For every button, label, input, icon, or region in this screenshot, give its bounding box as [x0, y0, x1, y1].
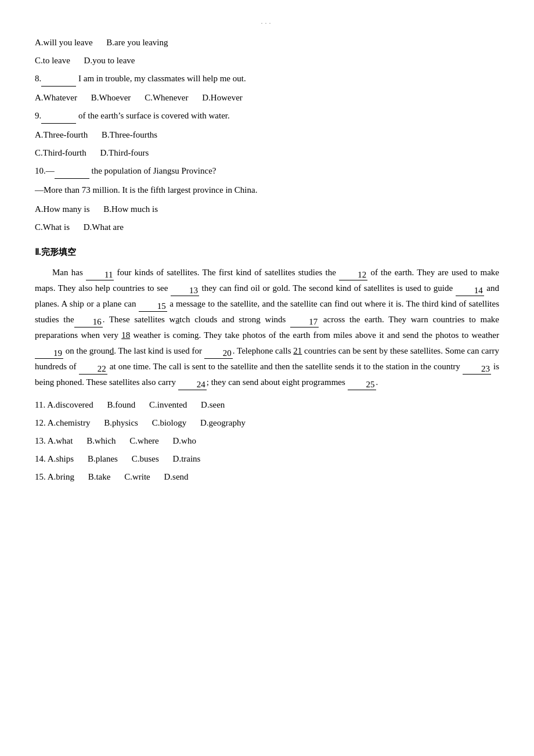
ans13-c: C.where: [129, 436, 158, 445]
option-a-will: A.will you leave: [35, 38, 93, 47]
question-9: 9. of the earth’s surface is covered wit…: [35, 108, 499, 124]
blank-18: 18: [121, 330, 130, 340]
blank-15: 15: [139, 301, 167, 312]
q10-option-c: C.What is: [35, 222, 70, 232]
blank-14: 14: [456, 285, 484, 296]
ans15-d: D.send: [164, 472, 189, 481]
answer-15: 15. A.bring B.take C.write D.send: [35, 469, 499, 485]
passage-text: Man has 11 four kinds of satellites. The…: [35, 265, 499, 390]
ans11-c: C.invented: [149, 400, 187, 409]
q9-text: of the earth’s surface is covered with w…: [76, 111, 229, 120]
section-2-title: Ⅱ.完形填空: [35, 244, 499, 260]
q10-option-d: D.What are: [84, 222, 124, 232]
q10-options-line2: C.What is D.What are: [35, 219, 499, 235]
ans12-c: C.biology: [152, 418, 187, 427]
q8-option-a: A.Whatever: [35, 93, 77, 102]
options-ab-prev: A.will you leave B.are you leaving: [35, 35, 499, 51]
q9-number: 9.: [35, 111, 41, 120]
answer-12: 12. A.chemistry B.physics C.biology D.ge…: [35, 415, 499, 431]
q10-options-line1: A.How many is B.How much is: [35, 201, 499, 217]
q10-number: 10.—: [35, 166, 55, 175]
ans13-b: B.which: [86, 436, 116, 445]
q8-text: I am in trouble, my classmates will help…: [76, 74, 246, 83]
ans14-number: 14.: [35, 454, 46, 463]
ans14-b: B.planes: [88, 454, 118, 463]
option-d-you-to-leave: D.you to leave: [84, 56, 135, 65]
blank-13: 13: [171, 285, 199, 296]
blank-19: 19: [35, 348, 63, 359]
blank-21: 21: [293, 346, 302, 355]
blank-17: 17: [290, 316, 319, 327]
blank-24: 24: [178, 379, 207, 390]
ans11-number: 11.: [35, 400, 45, 409]
question-8: 8. I am in trouble, my classmates will h…: [35, 71, 499, 87]
ans12-b: B.physics: [104, 418, 138, 427]
ans12-a: A.chemistry: [48, 418, 91, 427]
answer-13: 13. A.what B.which C.where D.who: [35, 433, 499, 449]
blank-16: 16: [74, 316, 103, 327]
q8-option-c: C.Whenever: [145, 93, 188, 102]
question-10: 10.— the population of Jiangsu Province?: [35, 163, 499, 179]
ans15-b: B.take: [88, 472, 111, 481]
q9-option-a: A.Three-fourth: [35, 130, 88, 139]
option-b-are: B.are you leaving: [106, 38, 168, 47]
options-cd-prev: C.to leave D.you to leave: [35, 53, 499, 69]
blank-20: 20: [204, 348, 233, 359]
blank-12: 12: [339, 269, 367, 280]
ans13-a: A.what: [48, 436, 73, 445]
q9-options-line1: A.Three-fourth B.Three-fourths: [35, 127, 499, 143]
q10-text: the population of Jiangsu Province?: [89, 166, 217, 175]
ans12-d: D.geography: [200, 418, 246, 427]
blank-11: 11: [86, 269, 114, 280]
q9-blank: [41, 113, 76, 124]
ans13-number: 13.: [35, 436, 46, 445]
ans14-c: C.buses: [132, 454, 159, 463]
ans12-number: 12.: [35, 418, 46, 427]
q9-option-b: B.Three-fourths: [102, 130, 157, 139]
answer-14: 14. A.ships B.planes C.buses D.trains: [35, 451, 499, 467]
q9-option-c: C.Third-fourth: [35, 148, 86, 157]
ans14-d: D.trains: [173, 454, 201, 463]
passage-container: Man has 11 four kinds of satellites. The…: [35, 265, 499, 390]
q10-option-b: B.How much is: [103, 204, 158, 214]
q8-number: 8.: [35, 74, 41, 83]
ans15-c: C.write: [124, 472, 150, 481]
ans11-b: B.found: [107, 400, 135, 409]
q8-option-b: B.Whoever: [91, 93, 131, 102]
ans13-d: D.who: [173, 436, 196, 445]
q9-options-line2: C.Third-fourth D.Third-fours: [35, 145, 499, 161]
ans15-a: A.bring: [48, 472, 74, 481]
q8-option-d: D.However: [202, 93, 243, 102]
q10-answer-prompt: —More than 73 million. It is the fifth l…: [35, 182, 499, 198]
q9-option-d: D.Third-fours: [100, 148, 149, 157]
page-header: ···: [35, 17, 499, 30]
answer-11: 11. A.discovered B.found C.invented D.se…: [35, 397, 499, 413]
blank-22: 22: [79, 363, 107, 375]
q10-blank: [55, 168, 89, 179]
ans11-a: A.discovered: [47, 400, 93, 409]
option-c-to-leave: C.to leave: [35, 56, 70, 65]
q8-blank: [41, 75, 76, 87]
blank-25: 25: [348, 379, 376, 390]
q10-option-a: A.How many is: [35, 204, 90, 214]
blank-23: 23: [463, 363, 491, 375]
q8-options: A.Whatever B.Whoever C.Whenever D.Howeve…: [35, 90, 499, 106]
ans14-a: A.ships: [48, 454, 74, 463]
ans11-d: D.seen: [201, 400, 225, 409]
ans15-number: 15.: [35, 472, 46, 481]
